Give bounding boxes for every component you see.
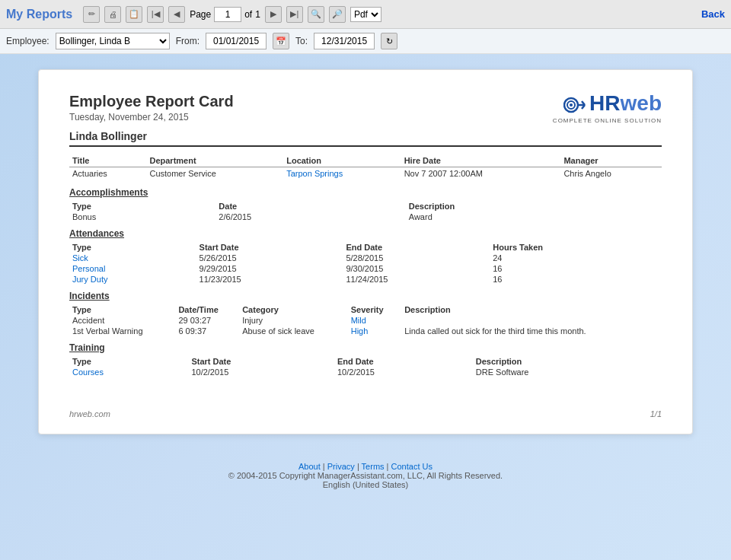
page-of-label: of	[244, 9, 252, 20]
info-table: Title Department Location Hire Date Mana…	[69, 154, 662, 180]
report-footer-left: hrweb.com	[69, 409, 110, 418]
report-date: Tuesday, November 24, 2015	[69, 112, 234, 123]
footer-privacy-link[interactable]: Privacy	[327, 462, 355, 471]
footer-links: About | Privacy | Terms | Contact Us	[12, 462, 719, 471]
table-row: Accident 29 03:27 Injury Mild	[69, 315, 662, 326]
info-header-manager: Manager	[560, 154, 662, 167]
trn-col-type: Type	[69, 356, 188, 367]
page-nav: Page of 1	[190, 7, 260, 22]
att-start-2: 9/29/2015	[196, 263, 343, 274]
hrweb-logo-sub: COMPLETE ONLINE SOLUTION	[553, 117, 662, 124]
inc-col-severity: Severity	[348, 304, 401, 315]
page-input[interactable]	[214, 7, 241, 22]
section-accomplishments-header: Accomplishments	[69, 187, 662, 198]
footer-about-link[interactable]: About	[298, 462, 321, 471]
inc-col-category: Category	[239, 304, 348, 315]
inc-severity-2: High	[348, 326, 401, 336]
page-label: Page	[190, 9, 211, 20]
att-end-1: 5/28/2015	[343, 253, 490, 263]
acc-col-date: Date	[215, 201, 405, 212]
info-header-location: Location	[283, 154, 401, 167]
attendances-table: Type Start Date End Date Hours Taken Sic…	[69, 242, 662, 285]
report-card: Employee Report Card Tuesday, November 2…	[38, 69, 693, 434]
from-date-input[interactable]	[206, 33, 267, 49]
section-incidents-header: Incidents	[69, 291, 662, 301]
acc-desc: Award	[406, 212, 662, 222]
att-start-3: 11/23/2015	[196, 274, 343, 285]
nav-first-btn[interactable]: |◀	[147, 6, 164, 23]
hrweb-logo-main: HRweb	[553, 93, 662, 116]
att-end-3: 11/24/2015	[343, 274, 490, 285]
to-date-input[interactable]	[314, 33, 375, 49]
acc-col-type: Type	[69, 201, 215, 212]
acc-col-desc: Description	[406, 201, 662, 212]
inc-category-1: Injury	[239, 315, 348, 326]
inc-col-type: Type	[69, 304, 175, 315]
trn-type-1: Courses	[69, 367, 188, 377]
inc-severity-1: Mild	[348, 315, 401, 326]
att-end-2: 9/30/2015	[343, 263, 490, 274]
section-attendances-header: Attendances	[69, 228, 662, 239]
info-header-hiredate: Hire Date	[401, 154, 561, 167]
info-dept: Customer Service	[146, 167, 283, 180]
footer-copyright: © 2004-2015 Copyright ManagerAssistant.c…	[12, 471, 719, 480]
back-button[interactable]: Back	[701, 8, 725, 20]
report-header: Employee Report Card Tuesday, November 2…	[69, 93, 662, 124]
att-col-start: Start Date	[196, 242, 343, 253]
employee-label: Employee:	[6, 36, 49, 46]
footer-contact-link[interactable]: Contact Us	[391, 462, 433, 471]
trn-desc-1: DRE Software	[473, 367, 662, 377]
edit-icon-btn[interactable]: ✏	[83, 6, 100, 23]
app-title-my: My	[6, 8, 23, 21]
nav-next-btn[interactable]: ▶	[265, 6, 282, 23]
export-icon-btn[interactable]: 📋	[126, 6, 142, 23]
section-training-header: Training	[69, 342, 662, 353]
training-table: Type Start Date End Date Description Cou…	[69, 356, 662, 377]
nav-last-btn[interactable]: ▶|	[286, 6, 303, 23]
employee-select[interactable]: Bollinger, Linda B	[56, 33, 170, 49]
calendar-icon-btn[interactable]: 📅	[273, 33, 289, 49]
zoom-out-btn[interactable]: 🔎	[329, 6, 346, 23]
to-label: To:	[295, 36, 308, 46]
trn-col-end: End Date	[334, 356, 473, 367]
att-col-hours: Hours Taken	[490, 242, 662, 253]
trn-end-1: 10/2/2015	[334, 367, 473, 377]
nav-prev-btn[interactable]: ◀	[168, 6, 185, 23]
hrweb-logo-icon	[563, 94, 588, 116]
report-footer-right: 1/1	[650, 409, 662, 418]
page-total: 1	[255, 9, 260, 20]
inc-col-desc: Description	[401, 304, 662, 315]
hrweb-logo: HRweb COMPLETE ONLINE SOLUTION	[553, 93, 662, 124]
inc-type-2: 1st Verbal Warning	[69, 326, 175, 336]
info-row: Actuaries Customer Service Tarpon Spring…	[69, 167, 662, 180]
acc-date: 2/6/2015	[215, 212, 405, 222]
inc-col-datetime: Date/Time	[175, 304, 239, 315]
report-title: Employee Report Card	[69, 93, 234, 110]
inc-datetime-1: 29 03:27	[175, 315, 239, 326]
format-select[interactable]: Pdf	[350, 7, 381, 22]
trn-col-start: Start Date	[188, 356, 334, 367]
inc-type-1: Accident	[69, 315, 175, 326]
zoom-in-btn[interactable]: 🔍	[308, 6, 324, 23]
info-manager: Chris Angelo	[560, 167, 662, 180]
print-icon-btn[interactable]: 🖨	[104, 6, 121, 23]
table-row: Courses 10/2/2015 10/2/2015 DRE Software	[69, 367, 662, 377]
report-title-block: Employee Report Card Tuesday, November 2…	[69, 93, 234, 123]
footer-locale: English (United States)	[12, 480, 719, 489]
att-hours-2: 16	[490, 263, 662, 274]
incidents-table: Type Date/Time Category Severity Descrip…	[69, 304, 662, 336]
att-type-1: Sick	[69, 253, 196, 263]
inc-desc-2: Linda called out sick for the third time…	[401, 326, 662, 336]
att-type-3: Jury Duty	[69, 274, 196, 285]
att-col-end: End Date	[343, 242, 490, 253]
acc-type: Bonus	[69, 212, 215, 222]
trn-col-desc: Description	[473, 356, 662, 367]
trn-start-1: 10/2/2015	[188, 367, 334, 377]
refresh-icon-btn[interactable]: ↻	[381, 33, 397, 49]
accomplishments-table: Type Date Description Bonus 2/6/2015 Awa…	[69, 201, 662, 222]
footer-terms-link[interactable]: Terms	[362, 462, 385, 471]
table-row: Sick 5/26/2015 5/28/2015 24	[69, 253, 662, 263]
info-header-title: Title	[69, 154, 146, 167]
att-start-1: 5/26/2015	[196, 253, 343, 263]
toolbar: My Reports ✏ 🖨 📋 |◀ ◀ Page of 1 ▶ ▶| 🔍 🔎…	[0, 0, 731, 29]
